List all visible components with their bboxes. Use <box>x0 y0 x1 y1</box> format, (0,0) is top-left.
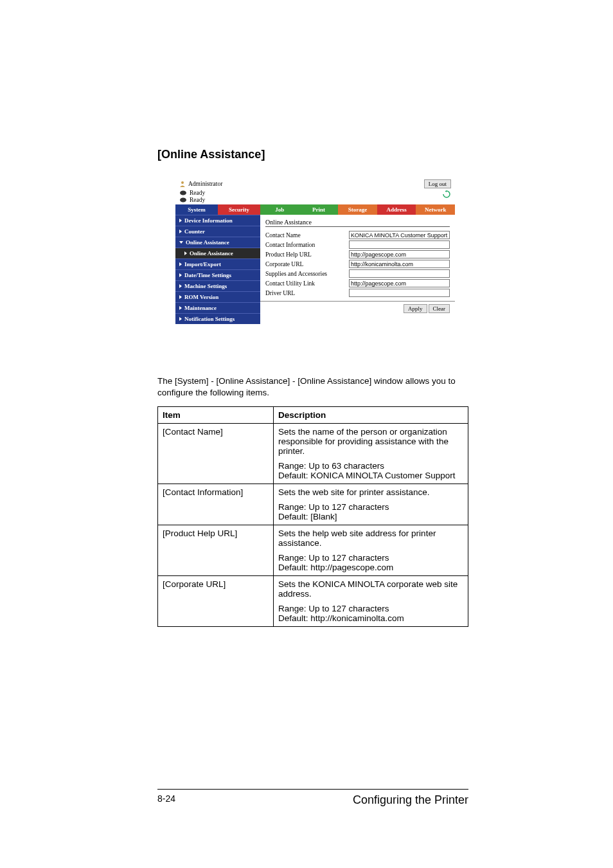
tab-address[interactable]: Address <box>377 204 416 215</box>
field-label-contact-information: Contact Information <box>265 242 349 248</box>
chevron-right-icon <box>179 306 182 310</box>
status-text-2: Ready <box>190 197 205 203</box>
desc-range: Range: Up to 127 characters Default: htt… <box>278 604 463 623</box>
tab-print[interactable]: Print <box>299 204 339 215</box>
chevron-right-icon <box>179 219 182 222</box>
toner-status-icon <box>179 197 187 203</box>
contact-information-input[interactable] <box>349 240 450 249</box>
tab-network[interactable]: Network <box>416 204 455 215</box>
table-header-item: Item <box>158 407 274 424</box>
sidebar-item-counter[interactable]: Counter <box>175 226 260 237</box>
desc-range: Range: Up to 127 characters Default: [Bl… <box>278 502 463 521</box>
sidebar-subitem-online-assistance[interactable]: Online Assistance <box>175 248 260 258</box>
sidebar-item-import-export[interactable]: Import/Export <box>175 258 260 269</box>
tab-job[interactable]: Job <box>260 204 299 215</box>
contact-utility-link-input[interactable] <box>349 279 450 287</box>
tab-security[interactable]: Security <box>218 204 260 215</box>
svg-point-2 <box>180 198 186 203</box>
sidebar-item-machine-settings[interactable]: Machine Settings <box>175 280 260 291</box>
desc-text: Sets the web site for printer assistance… <box>278 487 463 497</box>
admin-label: Administrator <box>188 181 222 187</box>
clear-button[interactable]: Clear <box>429 304 450 313</box>
field-label-driver-url: Driver URL <box>265 290 349 296</box>
sidebar-item-label: Date/Time Settings <box>184 272 231 278</box>
chevron-down-icon <box>179 241 183 244</box>
form-title: Online Assistance <box>265 219 450 227</box>
chevron-right-icon <box>179 295 182 299</box>
refresh-icon[interactable] <box>442 190 451 199</box>
supplies-input[interactable] <box>349 269 450 278</box>
sidebar-item-rom-version[interactable]: ROM Version <box>175 291 260 302</box>
page-footer: 8-24 Configuring the Printer <box>157 789 468 807</box>
tab-system[interactable]: System <box>175 204 218 215</box>
sidebar-item-date-time[interactable]: Date/Time Settings <box>175 269 260 280</box>
page-title: [Online Assistance] <box>157 148 468 161</box>
product-help-url-input[interactable] <box>349 250 450 258</box>
table-cell-item: [Contact Name] <box>158 424 274 484</box>
table-cell-description: Sets the help web site address for print… <box>274 525 468 576</box>
sidebar-item-label: ROM Version <box>184 294 218 300</box>
page-number: 8-24 <box>157 793 175 807</box>
sidebar-item-label: Online Assistance <box>186 239 229 246</box>
chevron-right-icon <box>179 284 182 288</box>
chevron-right-icon <box>179 262 182 266</box>
table-row: [Corporate URL] Sets the KONICA MINOLTA … <box>158 576 468 627</box>
driver-url-input[interactable] <box>349 289 450 297</box>
sidebar-item-online-assistance[interactable]: Online Assistance <box>175 237 260 248</box>
table-cell-item: [Product Help URL] <box>158 525 274 576</box>
desc-range: Range: Up to 63 characters Default: KONI… <box>278 461 463 480</box>
intro-paragraph: The [System] - [Online Assistance] - [On… <box>157 375 468 399</box>
svg-point-1 <box>180 191 186 195</box>
tab-storage[interactable]: Storage <box>338 204 377 215</box>
table-cell-item: [Contact Information] <box>158 484 274 525</box>
field-label-contact-name: Contact Name <box>265 232 349 239</box>
embedded-screenshot: Administrator Log out Ready Ready <box>175 177 455 324</box>
sidebar-item-label: Import/Export <box>184 261 221 267</box>
sidebar-item-label: Counter <box>184 228 205 235</box>
user-icon <box>179 181 186 187</box>
sidebar-item-label: Notification Settings <box>184 316 235 322</box>
table-row: [Product Help URL] Sets the help web sit… <box>158 525 468 576</box>
sidebar-item-label: Machine Settings <box>184 283 227 289</box>
field-label-supplies: Supplies and Accessories <box>265 271 349 277</box>
table-row: [Contact Information] Sets the web site … <box>158 484 468 525</box>
sidebar-item-label: Device Information <box>184 217 233 224</box>
table-cell-item: [Corporate URL] <box>158 576 274 627</box>
desc-range: Range: Up to 127 characters Default: htt… <box>278 553 463 572</box>
table-cell-description: Sets the web site for printer assistance… <box>274 484 468 525</box>
sidebar-item-maintenance[interactable]: Maintenance <box>175 302 260 313</box>
sidebar-item-label: Maintenance <box>184 305 217 311</box>
chevron-right-icon <box>179 273 182 277</box>
status-text-1: Ready <box>190 190 205 196</box>
logout-button[interactable]: Log out <box>424 179 451 188</box>
table-header-description: Description <box>274 407 468 424</box>
table-cell-description: Sets the KONICA MINOLTA corporate web si… <box>274 576 468 627</box>
table-cell-description: Sets the name of the person or organizat… <box>274 424 468 484</box>
sidebar-item-notification-settings[interactable]: Notification Settings <box>175 313 260 324</box>
desc-text: Sets the name of the person or organizat… <box>278 427 463 456</box>
chevron-right-icon <box>179 230 182 233</box>
desc-text: Sets the help web site address for print… <box>278 529 463 548</box>
contact-name-input[interactable] <box>349 231 450 239</box>
printer-status-icon <box>179 190 187 196</box>
items-table: Item Description [Contact Name] Sets the… <box>157 406 468 627</box>
chevron-right-icon <box>179 317 182 321</box>
chevron-right-icon <box>184 251 187 255</box>
desc-text: Sets the KONICA MINOLTA corporate web si… <box>278 579 463 599</box>
status-block: Ready Ready <box>179 190 205 203</box>
corporate-url-input[interactable] <box>349 260 450 268</box>
table-row: [Contact Name] Sets the name of the pers… <box>158 424 468 484</box>
field-label-contact-utility-link: Contact Utility Link <box>265 280 349 287</box>
footer-title: Configuring the Printer <box>353 793 468 807</box>
sidebar-item-label: Online Assistance <box>190 250 233 257</box>
svg-point-0 <box>181 181 184 184</box>
field-label-product-help-url: Product Help URL <box>265 251 349 258</box>
field-label-corporate-url: Corporate URL <box>265 261 349 267</box>
apply-button[interactable]: Apply <box>404 304 427 313</box>
sidebar-item-device-information[interactable]: Device Information <box>175 215 260 226</box>
